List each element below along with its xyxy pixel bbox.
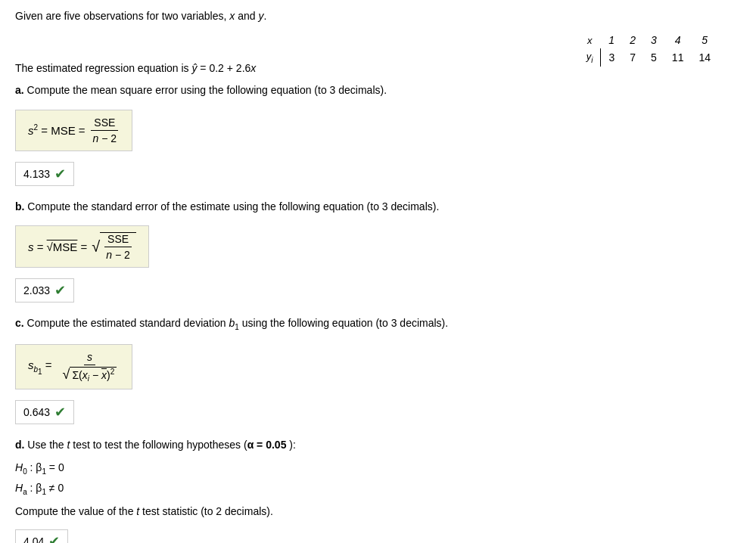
part-b-label: b. Compute the standard error of the est… [15, 198, 741, 215]
intro-paragraph: Given are five observations for two vari… [15, 8, 741, 24]
part-d-answer-value: 4.04 [23, 535, 44, 543]
y-val-3: 5 [643, 48, 664, 67]
formula-a-numerator: SSE [91, 116, 118, 131]
formula-b-denominator: n − 2 [103, 247, 133, 261]
part-c-answer-box: 0.643 ✔ [15, 400, 74, 424]
part-a-formula: s2 = MSE = SSE n − 2 [15, 110, 132, 151]
x-header: x [579, 32, 601, 48]
part-d-answer-box: 4.04 ✔ [15, 529, 68, 543]
hypotheses-block: H0 : β1 = 0 Ha : β1 ≠ 0 [15, 458, 741, 499]
part-a-label: a. Compute the mean square error using t… [15, 82, 741, 98]
formula-a-denominator: n − 2 [90, 131, 120, 144]
part-b-formula: s = √MSE = √ SSE n − 2 [15, 225, 149, 268]
part-a-check-icon: ✔ [54, 166, 66, 182]
part-c-answer-value: 0.643 [23, 406, 50, 418]
observations-table: x 1 2 3 4 5 yi 3 7 5 11 14 [579, 32, 718, 67]
part-d-check-icon: ✔ [48, 533, 60, 543]
part-b-check-icon: ✔ [54, 282, 66, 299]
formula-c-frac: s √ Σ(xi − x)2 [60, 351, 120, 383]
formula-b-numerator: SSE [104, 233, 132, 247]
x-val-4: 4 [664, 32, 692, 48]
formula-b-lhs: s = √MSE = [28, 240, 87, 253]
compute-t-text: Compute the value of the t test statisti… [15, 503, 741, 520]
formula-c-lhs: sb1 = [28, 358, 52, 376]
part-c-formula: sb1 = s √ Σ(xi − x)2 [15, 344, 132, 389]
part-b-answer-box: 2.033 ✔ [15, 278, 74, 303]
formula-b-sqrt: √ SSE n − 2 [92, 232, 136, 261]
h0-line: H0 : β1 = 0 [15, 458, 741, 479]
y-val-5: 14 [691, 48, 718, 67]
part-a-answer-value: 4.133 [23, 168, 50, 180]
y-val-1: 3 [601, 48, 622, 67]
formula-c-numerator: s [84, 351, 95, 365]
formula-a-lhs: s2 = MSE = [28, 123, 86, 137]
part-c-label: c. Compute the estimated standard deviat… [15, 315, 741, 334]
y-val-4: 11 [664, 48, 692, 67]
y-header: yi [579, 48, 601, 67]
ha-line: Ha : β1 ≠ 0 [15, 479, 741, 499]
part-b-answer-value: 2.033 [23, 284, 50, 296]
y-val-2: 7 [622, 48, 643, 67]
x-val-1: 1 [601, 32, 622, 48]
part-a-answer-box: 4.133 ✔ [15, 162, 74, 186]
part-c-check-icon: ✔ [54, 404, 66, 420]
x-val-2: 2 [622, 32, 643, 48]
x-val-5: 5 [691, 32, 718, 48]
x-val-3: 3 [643, 32, 664, 48]
formula-a-frac: SSE n − 2 [90, 116, 120, 144]
formula-c-denominator: √ Σ(xi − x)2 [60, 365, 120, 383]
part-d-label: d. Use the t test to test the following … [15, 436, 741, 453]
